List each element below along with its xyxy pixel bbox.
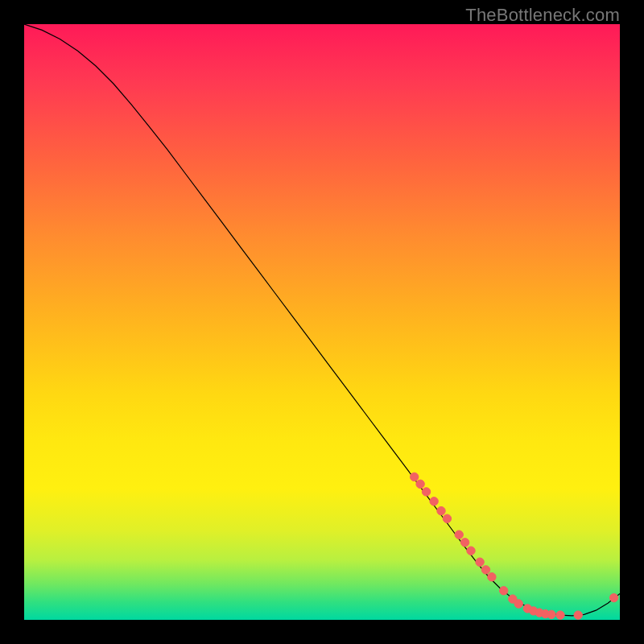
data-marker — [411, 473, 419, 481]
marker-group — [411, 473, 618, 619]
bottleneck-curve — [24, 24, 620, 616]
chart-svg — [24, 24, 620, 620]
watermark-text: TheBottleneck.com — [465, 5, 620, 26]
data-marker — [500, 587, 508, 595]
data-marker — [514, 600, 522, 608]
data-marker — [437, 506, 445, 514]
chart-stage: TheBottleneck.com — [0, 0, 644, 644]
data-marker — [574, 611, 582, 619]
data-marker — [488, 573, 496, 581]
data-marker — [476, 558, 484, 566]
data-marker — [547, 610, 555, 618]
data-marker — [460, 539, 469, 547]
data-marker — [443, 514, 451, 522]
plot-area — [24, 24, 620, 620]
data-marker — [467, 547, 475, 555]
data-marker — [422, 488, 430, 496]
data-marker — [556, 611, 564, 619]
data-marker — [481, 566, 489, 574]
data-marker — [430, 497, 438, 506]
data-marker — [416, 480, 424, 488]
data-marker — [609, 593, 617, 601]
data-marker — [455, 530, 463, 539]
